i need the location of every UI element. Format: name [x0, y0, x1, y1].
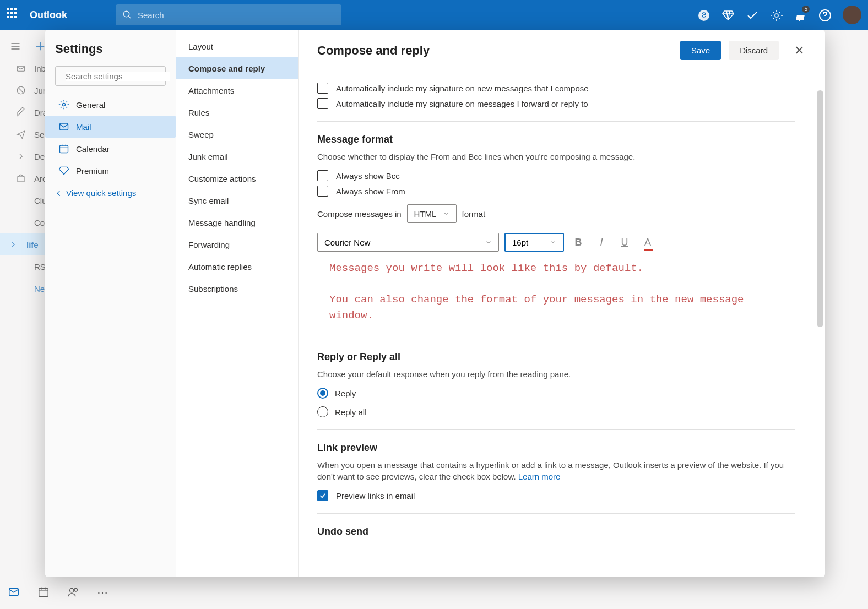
settings-search-input[interactable] — [66, 72, 170, 81]
calendar-module-icon[interactable] — [37, 586, 50, 599]
more-modules-icon[interactable]: ⋯ — [97, 586, 108, 599]
settings-sub-item[interactable]: Layout — [176, 35, 298, 57]
chevron-down-icon — [443, 210, 449, 217]
bold-button[interactable]: B — [569, 233, 587, 251]
cat-label: Mail — [76, 122, 91, 132]
svg-point-0 — [123, 11, 129, 17]
checkbox-sig-reply[interactable]: Automatically include my signature on me… — [317, 98, 795, 109]
brand-name[interactable]: Outlook — [30, 9, 67, 21]
font-color-button[interactable]: A — [639, 233, 657, 251]
svg-rect-15 — [39, 589, 48, 597]
cat-label: General — [76, 100, 105, 110]
cat-label: Calendar — [76, 144, 110, 154]
close-icon[interactable]: ✕ — [792, 41, 806, 60]
global-search[interactable] — [116, 4, 341, 25]
svg-point-3 — [775, 14, 778, 17]
settings-gear-icon[interactable] — [770, 9, 782, 21]
todo-check-icon[interactable] — [746, 9, 758, 21]
account-avatar[interactable] — [843, 6, 861, 24]
premium-icon — [58, 165, 69, 176]
svg-rect-24 — [60, 123, 68, 130]
help-icon[interactable] — [818, 9, 831, 21]
italic-button[interactable]: I — [593, 233, 610, 251]
settings-sub-item[interactable]: Attachments — [176, 79, 298, 101]
settings-categories: Settings GeneralMailCalendarPremium View… — [45, 30, 176, 577]
mail-icon — [58, 121, 69, 132]
checkbox-show-from[interactable]: Always show From — [317, 186, 795, 197]
radio-label: Reply all — [335, 407, 367, 417]
compose-format-select[interactable]: HTML — [407, 204, 457, 223]
checkbox-icon — [317, 98, 328, 109]
radio-icon — [317, 388, 328, 399]
view-quick-settings-link[interactable]: View quick settings — [55, 188, 166, 198]
global-search-input[interactable] — [138, 10, 335, 20]
svg-rect-14 — [9, 589, 19, 596]
settings-sub-item[interactable]: Rules — [176, 101, 298, 123]
font-family-select[interactable]: Courier New — [317, 233, 499, 252]
preview-line: Messages you write will look like this b… — [329, 260, 785, 276]
settings-sub-item[interactable]: Compose and reply — [176, 57, 298, 79]
svg-point-2 — [698, 10, 709, 21]
underline-button[interactable]: U — [616, 233, 633, 251]
checkbox-preview-links[interactable]: Preview links in email — [317, 490, 795, 501]
checkbox-icon — [317, 490, 328, 501]
font-size-select[interactable]: 16pt — [504, 233, 564, 252]
diamond-icon[interactable] — [721, 9, 734, 21]
settings-sub-item[interactable]: Customize actions — [176, 167, 298, 189]
checkbox-sig-new[interactable]: Automatically include my signature on ne… — [317, 83, 795, 94]
settings-sub-item[interactable]: Message handling — [176, 211, 298, 233]
mail-module-icon[interactable] — [8, 586, 20, 599]
settings-cat-mail[interactable]: Mail — [45, 116, 176, 138]
settings-search[interactable] — [55, 66, 166, 86]
checkbox-label: Always show Bcc — [336, 171, 400, 181]
cat-label: Premium — [76, 166, 109, 176]
notification-badge: 5 — [802, 6, 810, 13]
compose-format-label: Compose messages in — [317, 209, 402, 219]
settings-cat-general[interactable]: General — [55, 94, 166, 116]
skype-icon[interactable] — [697, 9, 709, 21]
settings-title: Settings — [55, 42, 166, 56]
settings-cat-calendar[interactable]: Calendar — [55, 138, 166, 160]
checkbox-show-bcc[interactable]: Always show Bcc — [317, 170, 795, 181]
radio-reply-all[interactable]: Reply all — [317, 406, 795, 417]
radio-icon — [317, 406, 328, 417]
settings-cat-premium[interactable]: Premium — [55, 160, 166, 182]
checkbox-icon — [317, 186, 328, 197]
settings-sub-item[interactable]: Forwarding — [176, 233, 298, 255]
app-launcher-icon[interactable] — [7, 8, 20, 21]
settings-dialog: Settings GeneralMailCalendarPremium View… — [45, 30, 825, 577]
radio-reply[interactable]: Reply — [317, 388, 795, 399]
svg-point-20 — [74, 589, 78, 592]
bottom-module-bar: ⋯ — [8, 586, 108, 599]
svg-point-19 — [70, 589, 74, 592]
settings-sub-item[interactable]: Sync email — [176, 189, 298, 211]
people-module-icon[interactable] — [67, 586, 79, 599]
chevron-down-icon — [485, 239, 492, 246]
settings-sub-item[interactable]: Sweep — [176, 123, 298, 145]
settings-pane: Compose and reply Save Discard ✕ Automat… — [299, 30, 825, 577]
save-button[interactable]: Save — [680, 41, 721, 60]
checkbox-icon — [317, 170, 328, 181]
discard-button[interactable]: Discard — [729, 41, 779, 60]
select-value: HTML — [414, 209, 437, 219]
message-preview: Messages you write will look like this b… — [317, 252, 795, 327]
message-format-heading: Message format — [317, 134, 795, 145]
checkbox-label: Always show From — [336, 187, 405, 196]
learn-more-link[interactable]: Learn more — [518, 472, 561, 481]
settings-sub-item[interactable]: Automatic replies — [176, 255, 298, 278]
link-preview-heading: Link preview — [317, 442, 795, 454]
chevron-left-icon — [55, 189, 63, 197]
pane-title: Compose and reply — [317, 44, 680, 58]
select-value: Courier New — [324, 238, 370, 247]
general-icon — [58, 99, 69, 110]
scrollbar-thumb[interactable] — [817, 90, 823, 327]
checkbox-label: Automatically include my signature on ne… — [336, 84, 589, 93]
settings-subcategories: LayoutCompose and replyAttachmentsRulesS… — [176, 30, 299, 577]
compose-format-suffix: format — [462, 209, 486, 219]
notifications-icon[interactable]: 5 — [794, 9, 806, 21]
settings-sub-item[interactable]: Subscriptions — [176, 278, 298, 300]
settings-sub-item[interactable]: Junk email — [176, 145, 298, 167]
view-quick-settings-label: View quick settings — [66, 188, 136, 198]
calendar-icon — [58, 143, 69, 154]
checkbox-label: Automatically include my signature on me… — [336, 99, 588, 108]
